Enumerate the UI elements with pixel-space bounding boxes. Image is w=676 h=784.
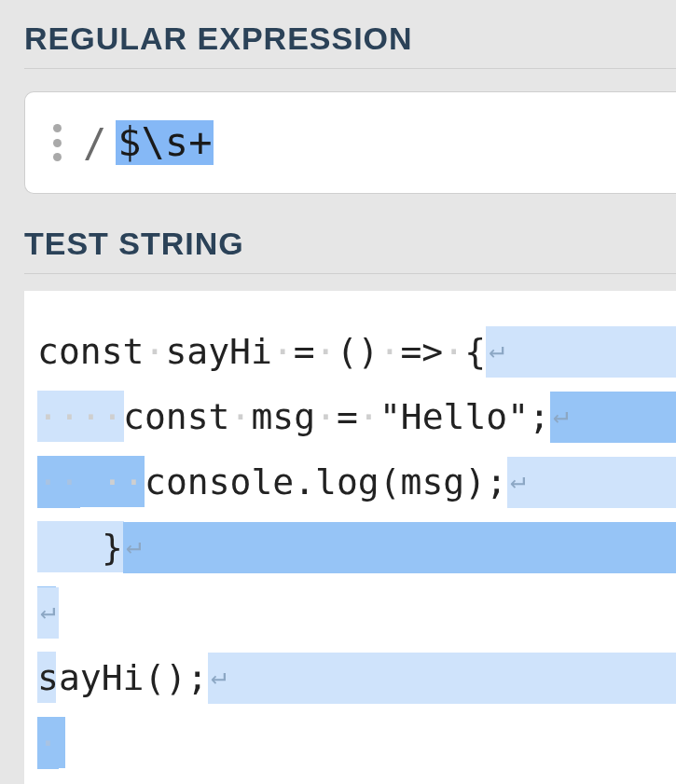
code-line[interactable]: }↵ xyxy=(37,515,676,580)
divider xyxy=(24,68,676,69)
regex-input-box[interactable]: / $\s+ xyxy=(24,91,676,194)
dots-vertical-icon[interactable] xyxy=(44,120,70,165)
divider xyxy=(24,273,676,274)
regex-delimiter: / xyxy=(83,120,106,166)
code-line[interactable]: ····const·msg·=·"Hello";↵ xyxy=(37,384,676,449)
regex-pattern[interactable]: $\s+ xyxy=(116,120,214,165)
code-line[interactable]: const·sayHi·=·()·=>·{↵ xyxy=(37,319,676,384)
code-line[interactable]: sayHi();↵ xyxy=(37,645,676,710)
code-line[interactable]: · xyxy=(37,710,676,776)
code-line[interactable]: ↵ xyxy=(37,580,676,645)
code-line[interactable]: ····console.log(msg);↵ xyxy=(37,449,676,515)
test-string-editor[interactable]: const·sayHi·=·()·=>·{↵····const·msg·=·"H… xyxy=(24,291,676,784)
regex-section-header: REGULAR EXPRESSION xyxy=(24,21,676,57)
teststring-section-header: TEST STRING xyxy=(24,226,676,262)
